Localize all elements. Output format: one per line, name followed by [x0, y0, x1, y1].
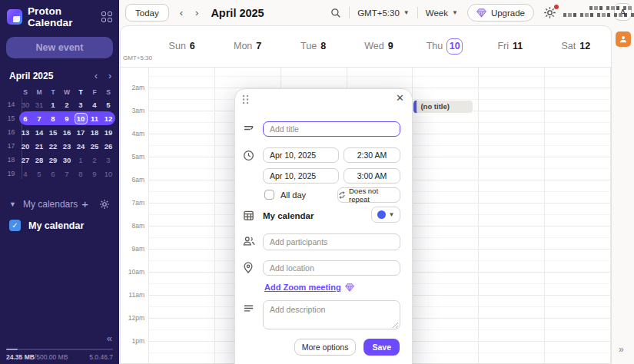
- minical-day[interactable]: 19: [101, 128, 115, 137]
- day-header-tue[interactable]: Tue8: [280, 31, 346, 61]
- minical-day[interactable]: 23: [60, 142, 74, 151]
- calendar-checkbox[interactable]: ✓: [9, 220, 21, 231]
- minical-day[interactable]: 9: [88, 170, 101, 178]
- minical-day[interactable]: 6: [18, 114, 32, 123]
- hour-label: 3am: [121, 106, 144, 115]
- minical-day[interactable]: 30: [60, 156, 74, 164]
- minical-dow-label: S: [18, 88, 32, 96]
- minical-day[interactable]: 7: [60, 170, 74, 178]
- calendar-settings-icon[interactable]: [99, 199, 110, 210]
- day-header-sun[interactable]: Sun6: [149, 31, 214, 61]
- description-input[interactable]: [263, 300, 400, 329]
- save-button[interactable]: Save: [363, 339, 400, 356]
- day-header-mon[interactable]: Mon7: [214, 31, 280, 61]
- minical-day[interactable]: 16: [60, 128, 74, 137]
- minical-day-today[interactable]: 10: [74, 113, 88, 124]
- timezone-selector[interactable]: GMT+5:30▼: [357, 8, 410, 18]
- contacts-icon[interactable]: [616, 31, 631, 47]
- add-calendar-icon[interactable]: +: [81, 197, 88, 210]
- mini-calendar: SMTWTFS143031123451567891011121613141516…: [4, 86, 115, 180]
- minical-day[interactable]: 10: [101, 170, 115, 178]
- location-input[interactable]: [263, 260, 400, 276]
- minical-day[interactable]: 13: [18, 128, 32, 137]
- end-time-input[interactable]: [344, 168, 400, 184]
- minical-week-number: 16: [4, 128, 18, 136]
- minical-day[interactable]: 24: [74, 142, 88, 151]
- my-calendars-header[interactable]: My calendars: [23, 199, 81, 210]
- day-header-thu[interactable]: Thu10: [412, 31, 477, 61]
- minical-day[interactable]: 9: [60, 114, 74, 123]
- start-date-input[interactable]: [263, 147, 339, 163]
- top-bar: Today ‹ › April 2025 GMT+5:30▼ Week▼ Upg…: [119, 0, 634, 25]
- minical-day[interactable]: 5: [101, 101, 115, 109]
- day-header-fri[interactable]: Fri11: [477, 31, 543, 61]
- minical-day[interactable]: 21: [32, 142, 46, 151]
- day-number: 11: [513, 41, 523, 51]
- minical-day[interactable]: 17: [74, 128, 88, 137]
- minical-day[interactable]: 1: [74, 156, 88, 164]
- minical-day[interactable]: 28: [32, 156, 46, 164]
- new-event-button[interactable]: New event: [6, 37, 113, 58]
- minical-next-icon[interactable]: ›: [108, 71, 111, 81]
- today-button[interactable]: Today: [125, 4, 169, 22]
- minical-day[interactable]: 7: [32, 114, 46, 123]
- view-selector[interactable]: Week▼: [426, 8, 458, 18]
- repeat-select[interactable]: Does not repeat: [337, 187, 400, 203]
- minical-day[interactable]: 14: [32, 128, 46, 137]
- more-options-button[interactable]: More options: [294, 339, 357, 356]
- minical-day[interactable]: 4: [18, 170, 32, 178]
- start-time-input[interactable]: [344, 147, 400, 163]
- collapse-sidebar-icon[interactable]: «: [107, 333, 112, 344]
- minical-day[interactable]: 2: [88, 156, 101, 164]
- minical-day[interactable]: 4: [88, 101, 101, 109]
- minical-day[interactable]: 12: [101, 114, 115, 123]
- settings-button[interactable]: [543, 6, 557, 20]
- minical-day[interactable]: 3: [101, 156, 115, 164]
- minical-day[interactable]: 20: [18, 142, 32, 151]
- minical-day[interactable]: 8: [46, 114, 60, 123]
- add-zoom-meeting-link[interactable]: Add Zoom meeting: [264, 283, 354, 292]
- day-name: Sun: [169, 41, 186, 51]
- minical-day[interactable]: 27: [18, 156, 32, 164]
- upgrade-button[interactable]: Upgrade: [467, 4, 534, 22]
- all-day-toggle[interactable]: All day: [264, 190, 306, 200]
- minical-day[interactable]: 3: [74, 101, 88, 109]
- minical-day[interactable]: 5: [32, 170, 46, 178]
- participants-input[interactable]: [263, 233, 400, 250]
- minical-day[interactable]: 31: [32, 101, 46, 109]
- day-header-sat[interactable]: Sat12: [543, 31, 609, 61]
- minical-day[interactable]: 29: [46, 156, 60, 164]
- day-headers-row: Sun6Mon7Tue8Wed9Thu10Fri11Sat12: [149, 31, 609, 61]
- day-name: Mon: [234, 41, 252, 51]
- calendar-event[interactable]: (no title): [413, 100, 473, 114]
- minical-day[interactable]: 11: [88, 114, 101, 123]
- minical-day[interactable]: 26: [101, 142, 115, 151]
- minical-day[interactable]: 30: [18, 101, 32, 109]
- minical-day[interactable]: 18: [88, 128, 101, 137]
- hour-label: 6am: [121, 175, 144, 184]
- chevron-down-icon[interactable]: ▼: [9, 200, 16, 208]
- minical-day[interactable]: 25: [88, 142, 101, 151]
- day-column-divider: [148, 68, 149, 364]
- all-day-checkbox[interactable]: [264, 190, 274, 200]
- app-switcher-icon[interactable]: [101, 12, 113, 23]
- minical-day[interactable]: 2: [60, 101, 74, 109]
- minical-day[interactable]: 6: [46, 170, 60, 178]
- minical-prev-icon[interactable]: ‹: [95, 71, 98, 81]
- next-week-button[interactable]: ›: [195, 7, 198, 18]
- day-header-wed[interactable]: Wed9: [346, 31, 411, 61]
- title-input[interactable]: [263, 121, 400, 137]
- calendar-color-select[interactable]: ▼: [371, 207, 400, 223]
- search-icon[interactable]: [330, 8, 341, 18]
- minical-day[interactable]: 8: [74, 170, 88, 178]
- minical-day[interactable]: 15: [46, 128, 60, 137]
- minical-week-row: 1945678910: [4, 167, 115, 180]
- close-icon[interactable]: ✕: [396, 92, 404, 104]
- end-date-input[interactable]: [263, 168, 339, 184]
- drag-handle-icon[interactable]: [242, 94, 249, 104]
- prev-week-button[interactable]: ‹: [180, 7, 183, 18]
- expand-drawer-icon[interactable]: »: [619, 344, 624, 355]
- calendar-list-item[interactable]: ✓ My calendar: [9, 220, 110, 231]
- minical-day[interactable]: 22: [46, 142, 60, 151]
- minical-day[interactable]: 1: [46, 101, 60, 109]
